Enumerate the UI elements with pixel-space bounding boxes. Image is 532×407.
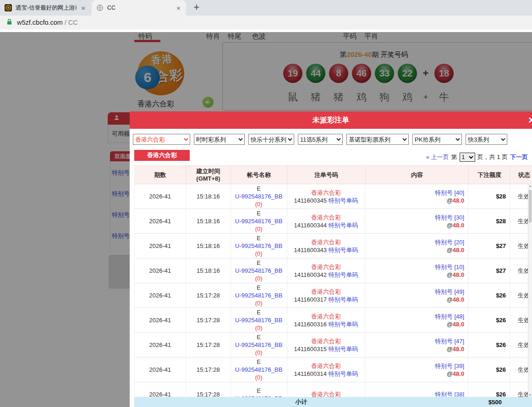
lottery-filter-select[interactable]: 时时彩系列 [194, 134, 245, 145]
game-tab-button[interactable]: 香港六合彩 [134, 150, 190, 161]
table-footer: 小计 $500 [134, 397, 532, 407]
tab-title: 通宝-信誉最好的网上游戏平 [16, 4, 77, 12]
prev-page-link[interactable]: « 上一页 [426, 153, 449, 161]
column-header: 期数 [135, 166, 186, 184]
time-cell: 15:18:16 [186, 258, 231, 283]
account-prefix: E [257, 387, 261, 395]
bet-number-cell: 香港六合彩 1411600345 特别号单码 [287, 184, 366, 209]
bet-type-link[interactable]: 特别号单码 [329, 370, 358, 377]
next-page-link[interactable]: 下一页 [510, 153, 528, 161]
lottery-filter-select[interactable]: PK拾系列 [412, 134, 462, 145]
browser-tab-tongbao[interactable]: 通宝-信誉最好的网上游戏平 × [0, 0, 91, 16]
bet-type-link[interactable]: 特别号单码 [329, 346, 358, 352]
account-name-link[interactable]: U-992548176_BB [235, 217, 282, 225]
table-row: 2026-41 15:18:16 E U-992548176_BB (0) 香港… [134, 234, 532, 258]
tab-close-icon[interactable]: × [176, 5, 181, 11]
lottery-filter-select[interactable]: 基诺型彩票系列 [346, 134, 409, 145]
bet-content-link[interactable]: 特别号 [47] [435, 337, 464, 345]
tab-close-icon[interactable]: × [80, 5, 86, 11]
scrollbar-thumb[interactable] [529, 190, 532, 223]
account-cell: E U-992548176_BB (0) [231, 209, 287, 233]
account-prefix: E [257, 333, 261, 341]
bet-type-link[interactable]: 特别号单码 [329, 222, 358, 229]
lottery-filter-select[interactable]: 香港六合彩 [133, 134, 190, 145]
unsettled-bets-modal: 未派彩注单 × 香港六合彩 时时彩系列 快乐十分系列 11选5系列 基诺型彩票系… [130, 111, 532, 407]
account-count: (0) [255, 200, 263, 208]
content-cell: 特别号 [10] @48.0 [365, 258, 468, 283]
bet-type-link[interactable]: 特别号单码 [329, 197, 358, 204]
page-select[interactable]: 1 [460, 153, 475, 162]
bet-content-link[interactable]: 特别号 [20] [435, 238, 464, 246]
lottery-filter-row: 香港六合彩 时时彩系列 快乐十分系列 11选5系列 基诺型彩票系列 PK拾系列 … [133, 134, 507, 145]
bet-number-cell: 香港六合彩 1411600317 特别号单码 [287, 283, 366, 308]
account-prefix: E [257, 308, 261, 316]
account-prefix: E [257, 358, 261, 366]
amount-cell: $26 [468, 333, 510, 357]
globe-icon [96, 4, 104, 11]
account-count: (0) [255, 225, 263, 233]
bet-type-link[interactable]: 特别号单码 [329, 321, 358, 328]
table-scrollbar[interactable]: ▲ ▼ [528, 184, 532, 397]
new-tab-button[interactable]: + [190, 1, 203, 15]
content-cell: 特别号 [38] [365, 382, 468, 397]
page-content: 特码特肖特尾色波平码平肖 香港 合彩 6 香港六合彩 第2026-40期 开奖号… [0, 32, 532, 407]
bet-number-cell: 香港六合彩 1411600316 特别号单码 [287, 308, 366, 332]
game-name: 香港六合彩 [311, 390, 341, 397]
odds-value: 48.0 [453, 197, 464, 204]
scroll-up-icon[interactable]: ▲ [529, 184, 532, 188]
time-cell: 15:18:16 [186, 209, 231, 233]
bet-number-cell: 香港六合彩 1411600344 特别号单码 [287, 209, 366, 233]
bet-type-link[interactable]: 特别号单码 [329, 296, 358, 303]
browser-tab-cc[interactable]: CC × [92, 0, 186, 16]
column-header: 下注额度 [469, 166, 510, 184]
lottery-filter-select[interactable]: 快乐十分系列 [248, 134, 294, 145]
account-name-link[interactable]: U-992548176_BB [235, 267, 282, 275]
account-name-link[interactable]: U-992548176_BB [235, 366, 282, 374]
account-name-link[interactable]: U-992548176_BB [235, 292, 282, 299]
time-cell: 15:18:16 [186, 184, 231, 209]
scroll-down-icon[interactable]: ▼ [529, 393, 532, 397]
column-header: 状态 [510, 166, 532, 184]
account-name-link[interactable]: U-992548176_BB [235, 242, 282, 250]
period-cell: 2026-41 [135, 382, 186, 397]
amount-cell: $26 [468, 308, 510, 332]
account-prefix: E [257, 185, 261, 192]
account-name-link[interactable]: U-992548176_BB [235, 316, 282, 324]
url-text: w5zf.cbcfo.com / CC [17, 19, 78, 26]
odds-at: @ [447, 222, 453, 229]
game-name: 香港六合彩 [311, 238, 341, 246]
bet-content-link[interactable]: 特别号 [49] [435, 288, 464, 296]
bet-number: 1411600315 [294, 346, 327, 352]
close-icon[interactable]: × [528, 115, 532, 126]
lottery-filter-select[interactable]: 11选5系列 [298, 134, 343, 145]
table-row: 2026-41 15:18:16 E U-992548176_BB (0) 香港… [134, 258, 532, 283]
lottery-filter-select[interactable]: 快3系列 [466, 134, 507, 145]
address-bar[interactable]: w5zf.cbcfo.com / CC [0, 16, 532, 29]
bet-content-link[interactable]: 特别号 [48] [435, 313, 464, 320]
bet-content-link[interactable]: 特别号 [40] [435, 189, 464, 197]
amount-cell: $28 [468, 209, 510, 233]
period-cell: 2026-41 [135, 358, 186, 382]
account-cell: E U-992548176_BB (0) [231, 258, 287, 283]
column-header: 注单号码 [287, 166, 366, 184]
account-prefix: E [257, 209, 261, 217]
odds-at: @ [447, 271, 453, 278]
secure-lock-icon[interactable] [6, 18, 12, 27]
bet-type-link[interactable]: 特别号单码 [329, 271, 358, 278]
content-cell: 特别号 [49] @48.0 [365, 283, 468, 308]
bet-number: 1411600345 [294, 197, 327, 204]
bet-number: 1411600344 [294, 222, 327, 229]
bet-content-link[interactable]: 特别号 [30] [435, 214, 464, 221]
amount-cell: $26 [468, 358, 510, 382]
bet-number-cell: 香港六合彩 1411600315 特别号单码 [287, 333, 366, 357]
table-row: 2026-41 15:17:28 E U-992548176_BB (0) 香港… [134, 358, 532, 382]
pagination: « 上一页 第 1 页，共 1 页 下一页 [426, 153, 528, 162]
table-row: 2026-41 15:18:16 E U-992548176_BB (0) 香港… [134, 209, 532, 234]
bet-content-link[interactable]: 特别号 [39] [435, 362, 464, 370]
bet-content-link[interactable]: 特别号 [10] [435, 263, 464, 271]
account-name-link[interactable]: U-992548176_BB [235, 192, 282, 200]
bet-number-cell: 香港六合彩 1411600314 特别号单码 [287, 358, 366, 382]
bet-type-link[interactable]: 特别号单码 [329, 247, 358, 253]
account-name-link[interactable]: U-992548176_BB [235, 341, 282, 349]
bet-content-link[interactable]: 特别号 [38] [435, 390, 464, 397]
